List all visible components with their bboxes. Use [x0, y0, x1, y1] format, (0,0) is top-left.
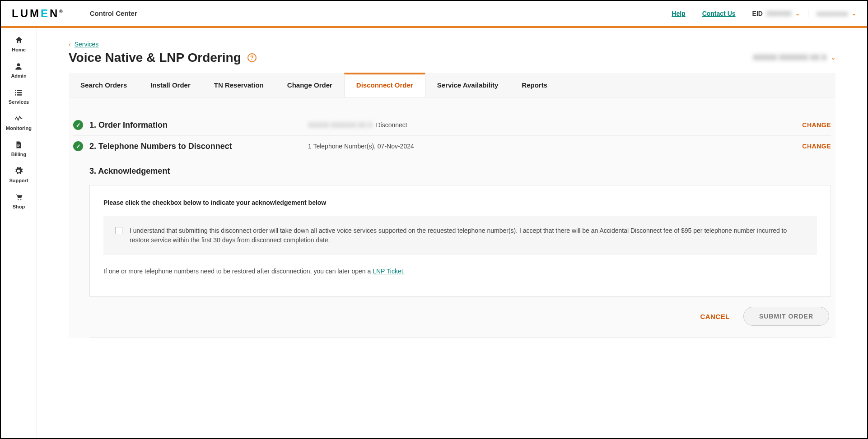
sidebar-item-home[interactable]: Home: [12, 35, 26, 52]
app-title: Control Center: [90, 9, 137, 17]
account-selector-dropdown[interactable]: XXXXX XXXXXX XX X ⌄: [753, 54, 835, 62]
help-link[interactable]: Help: [663, 10, 694, 17]
step-2-row: ✓ 2. Telephone Numbers to Disconnect 1 T…: [73, 136, 831, 157]
file-icon: [14, 140, 23, 150]
top-header: LUMEN® Control Center Help Contact Us EI…: [1, 1, 867, 26]
breadcrumb: ‹ Services: [69, 41, 835, 48]
tab-tn-reservation[interactable]: TN Reservation: [202, 73, 275, 97]
step-1-change-button[interactable]: CHANGE: [802, 121, 831, 129]
contact-us-link[interactable]: Contact Us: [694, 10, 744, 17]
acknowledgement-checkbox[interactable]: [115, 227, 122, 234]
svg-rect-4: [17, 92, 22, 93]
step-1-type-summary: Disconnect: [376, 121, 407, 129]
account-selector-value: XXXXX XXXXXX XX X: [753, 54, 826, 62]
sidebar-item-label: Admin: [11, 73, 26, 79]
tab-reports[interactable]: Reports: [510, 73, 559, 97]
eid-label: EID: [752, 10, 763, 17]
submit-order-button[interactable]: SUBMIT ORDER: [743, 307, 829, 326]
activity-icon: [14, 114, 23, 124]
svg-rect-3: [15, 92, 17, 93]
divider: [89, 337, 831, 338]
home-icon: [14, 35, 24, 45]
step-1-title: 1. Order Information: [89, 120, 168, 130]
main-content: ‹ Services Voice Native & LNP Ordering ?…: [37, 28, 867, 438]
check-circle-icon: ✓: [73, 120, 83, 130]
tab-disconnect-order[interactable]: Disconnect Order: [344, 73, 425, 97]
user-icon: [14, 61, 23, 71]
tab-install-order[interactable]: Install Order: [139, 73, 202, 97]
sidebar-item-label: Support: [9, 178, 28, 183]
sidebar-item-shop[interactable]: Shop: [13, 192, 25, 209]
tab-change-order[interactable]: Change Order: [275, 73, 344, 97]
sidebar-item-label: Services: [9, 99, 29, 105]
svg-rect-2: [17, 90, 22, 91]
account-dropdown[interactable]: xxxxxxxxx ⌄: [808, 10, 856, 17]
cancel-button[interactable]: CANCEL: [700, 313, 730, 320]
acknowledgement-text: I understand that submitting this discon…: [130, 226, 805, 245]
eid-value: XXXXXX: [766, 10, 792, 17]
gear-icon: [14, 166, 23, 176]
acknowledgement-card: Please click the checkbox below to indic…: [89, 185, 831, 297]
cart-icon: [14, 192, 24, 202]
steps-panel: ✓ 1. Order Information XXXXX XXXXXX XX X…: [69, 97, 835, 338]
step-2-change-button[interactable]: CHANGE: [802, 143, 831, 150]
order-tabs: Search Orders Install Order TN Reservati…: [69, 73, 835, 97]
check-circle-icon: ✓: [73, 141, 83, 151]
sidebar-item-services[interactable]: Services: [9, 88, 29, 105]
tab-service-availability[interactable]: Service Availability: [425, 73, 510, 97]
sidebar-item-label: Shop: [13, 204, 25, 209]
account-value: xxxxxxxxx: [817, 10, 848, 17]
chevron-down-icon: ⌄: [831, 55, 835, 61]
eid-dropdown[interactable]: EID XXXXXX ⌄: [744, 10, 808, 17]
chevron-down-icon: ⌄: [852, 10, 856, 17]
sidebar-item-label: Home: [12, 47, 26, 52]
sidebar-item-label: Billing: [11, 152, 27, 157]
svg-rect-1: [15, 90, 17, 91]
step-3-block: 3. Acknowledgement Please click the chec…: [73, 157, 831, 338]
sidebar-nav: Home Admin Services Monitoring Billing S…: [1, 28, 37, 438]
step-2-summary: 1 Telephone Number(s), 07-Nov-2024: [308, 143, 414, 150]
step-2-title: 2. Telephone Numbers to Disconnect: [89, 142, 232, 151]
question-circle-icon[interactable]: ?: [247, 53, 257, 62]
svg-point-0: [17, 63, 20, 66]
sidebar-item-support[interactable]: Support: [9, 166, 28, 183]
acknowledgement-row: I understand that submitting this discon…: [103, 216, 817, 255]
step-1-account-summary: XXXXX XXXXXX XX X: [308, 121, 372, 129]
page-title: Voice Native & LNP Ordering: [69, 51, 241, 65]
svg-rect-6: [17, 94, 22, 96]
chevron-left-icon: ‹: [69, 41, 71, 48]
lnp-ticket-link[interactable]: LNP Ticket.: [373, 268, 405, 275]
svg-rect-5: [15, 94, 17, 96]
svg-point-7: [18, 199, 19, 201]
tab-search-orders[interactable]: Search Orders: [69, 73, 139, 97]
step-3-title: 3. Acknowledgement: [89, 166, 831, 176]
breadcrumb-parent-link[interactable]: Services: [75, 41, 99, 48]
sidebar-item-admin[interactable]: Admin: [11, 61, 26, 79]
chevron-down-icon: ⌄: [795, 10, 800, 17]
sidebar-item-label: Monitoring: [6, 125, 32, 131]
svg-point-8: [20, 199, 21, 201]
list-icon: [14, 88, 23, 97]
step-1-row: ✓ 1. Order Information XXXXX XXXXXX XX X…: [73, 115, 831, 136]
restore-note: If one or more telephone numbers need to…: [103, 268, 817, 275]
brand-logo[interactable]: LUMEN®: [12, 7, 63, 20]
sidebar-item-billing[interactable]: Billing: [11, 140, 27, 157]
form-actions: CANCEL SUBMIT ORDER: [89, 297, 831, 336]
sidebar-item-monitoring[interactable]: Monitoring: [6, 114, 32, 131]
restore-note-prefix: If one or more telephone numbers need to…: [103, 268, 373, 275]
acknowledgement-intro: Please click the checkbox below to indic…: [103, 199, 817, 206]
